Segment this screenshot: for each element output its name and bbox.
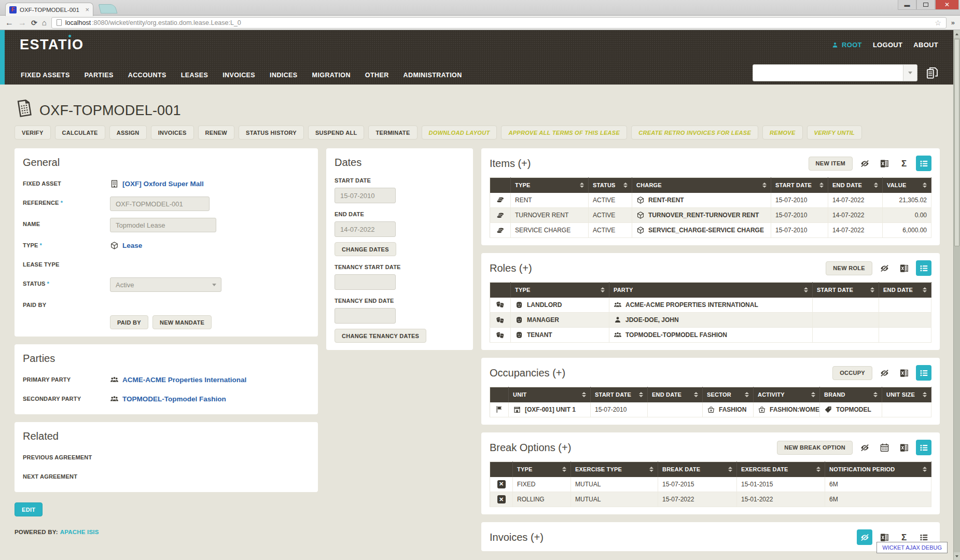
invoices-button[interactable]: INVOICES bbox=[151, 125, 194, 139]
item-row-icon[interactable] bbox=[490, 208, 511, 223]
show-list-icon[interactable] bbox=[916, 260, 931, 276]
window-maximize-button[interactable] bbox=[916, 0, 935, 10]
bookmark-star-icon[interactable]: ☆ bbox=[935, 19, 941, 27]
nav-other[interactable]: OTHER bbox=[365, 72, 389, 79]
estatio-logo[interactable]: ESTATIO bbox=[20, 37, 84, 53]
items-col-start-date[interactable]: START DATE bbox=[771, 178, 828, 193]
apache-isis-link[interactable]: APACHE ISIS bbox=[60, 529, 99, 535]
scroll-up-icon[interactable] bbox=[954, 30, 960, 38]
calculate-button[interactable]: CALCULATE bbox=[55, 125, 105, 139]
remove-button[interactable]: REMOVE bbox=[762, 125, 802, 139]
create-retro-invoices-button[interactable]: CREATE RETRO INVOICES FOR LEASE bbox=[631, 125, 758, 139]
item-row-icon[interactable] bbox=[490, 223, 511, 238]
change-tenancy-dates-button[interactable]: CHANGE TENANCY DATES bbox=[335, 329, 426, 343]
suspend-all-button[interactable]: SUSPEND ALL bbox=[308, 125, 365, 139]
occupancy-row-icon[interactable] bbox=[490, 402, 509, 417]
new-item-button[interactable]: NEW ITEM bbox=[809, 157, 853, 171]
home-icon[interactable]: ⌂ bbox=[42, 18, 47, 27]
new-mandate-button[interactable]: NEW MANDATE bbox=[152, 315, 212, 329]
overflow-chevrons-icon[interactable]: » bbox=[951, 19, 955, 26]
hide-table-icon[interactable] bbox=[857, 529, 872, 545]
status-history-button[interactable]: STATUS HISTORY bbox=[239, 125, 304, 139]
break-col-break-date[interactable]: BREAK DATE bbox=[658, 462, 737, 477]
show-list-icon[interactable] bbox=[916, 365, 931, 381]
reload-icon[interactable]: ⟳ bbox=[31, 19, 37, 26]
export-excel-icon[interactable] bbox=[896, 260, 912, 276]
about-link[interactable]: ABOUT bbox=[913, 41, 938, 49]
occupy-button[interactable]: OCCUPY bbox=[832, 366, 872, 380]
new-break-option-button[interactable]: NEW BREAK OPTION bbox=[777, 441, 853, 455]
items-col-value[interactable]: VALUE bbox=[883, 178, 931, 193]
terminate-button[interactable]: TERMINATE bbox=[368, 125, 417, 139]
item-row-icon[interactable] bbox=[490, 193, 511, 208]
assign-button[interactable]: ASSIGN bbox=[109, 125, 147, 139]
address-bar[interactable]: localhost:8080/wicket/entity/org.estatio… bbox=[51, 17, 947, 29]
user-menu[interactable]: ROOT bbox=[831, 41, 862, 49]
occ-col-sector[interactable]: SECTOR bbox=[703, 387, 754, 402]
edit-button[interactable]: EDIT bbox=[15, 502, 43, 516]
break-col-type[interactable]: TYPE bbox=[513, 462, 571, 477]
global-search-combobox[interactable] bbox=[753, 64, 917, 81]
role-row-icon[interactable] bbox=[490, 328, 511, 343]
occ-col-activity[interactable]: ACTIVITY bbox=[754, 387, 820, 402]
secondary-party-link[interactable]: TOPMODEL-Topmodel Fashion bbox=[110, 393, 226, 405]
occ-col-unit-size[interactable]: UNIT SIZE bbox=[882, 387, 931, 402]
break-col-exercise-type[interactable]: EXERCISE TYPE bbox=[571, 462, 658, 477]
show-list-icon[interactable] bbox=[916, 156, 931, 171]
hide-table-icon[interactable] bbox=[876, 260, 892, 276]
nav-migration[interactable]: MIGRATION bbox=[312, 72, 351, 79]
type-link[interactable]: Lease bbox=[110, 239, 142, 251]
export-excel-icon[interactable] bbox=[876, 156, 892, 171]
break-col-exercise-date[interactable]: EXERCISE DATE bbox=[737, 462, 825, 477]
wicket-ajax-debug-link[interactable]: WICKET AJAX DEBUG bbox=[876, 542, 948, 553]
forward-icon[interactable]: → bbox=[18, 19, 26, 27]
roles-col-party[interactable]: PARTY bbox=[609, 283, 813, 298]
hide-table-icon[interactable] bbox=[857, 156, 872, 171]
hide-table-icon[interactable] bbox=[857, 440, 872, 455]
nav-indices[interactable]: INDICES bbox=[270, 72, 298, 79]
role-row-icon[interactable] bbox=[490, 313, 511, 328]
back-icon[interactable]: ← bbox=[5, 19, 13, 27]
verify-button[interactable]: VERIFY bbox=[15, 125, 51, 139]
nav-invoices[interactable]: INVOICES bbox=[222, 72, 255, 79]
nav-leases[interactable]: LEASES bbox=[181, 72, 208, 79]
renew-button[interactable]: RENEW bbox=[198, 125, 234, 139]
roles-col-start-date[interactable]: START DATE bbox=[813, 283, 879, 298]
search-input[interactable] bbox=[753, 65, 903, 81]
sum-totals-icon[interactable]: Σ bbox=[896, 156, 912, 171]
scroll-down-icon[interactable] bbox=[954, 552, 960, 560]
roles-col-type[interactable]: TYPE bbox=[511, 283, 609, 298]
verify-until-button[interactable]: VERIFY UNTIL bbox=[807, 125, 862, 139]
nav-fixed-assets[interactable]: FIXED ASSETS bbox=[21, 72, 70, 79]
items-col-type[interactable]: TYPE bbox=[511, 178, 589, 193]
items-col-end-date[interactable]: END DATE bbox=[828, 178, 883, 193]
download-layout-button[interactable]: DOWNLOAD LAYOUT bbox=[422, 125, 497, 139]
calendar-icon[interactable] bbox=[876, 440, 892, 455]
window-close-button[interactable]: ✕ bbox=[935, 0, 959, 10]
hide-table-icon[interactable] bbox=[876, 365, 892, 381]
role-row-icon[interactable] bbox=[490, 298, 511, 313]
export-excel-icon[interactable] bbox=[896, 440, 912, 455]
roles-col-end-date[interactable]: END DATE bbox=[879, 283, 931, 298]
change-dates-button[interactable]: CHANGE DATES bbox=[335, 242, 396, 256]
occ-col-end-date[interactable]: END DATE bbox=[648, 387, 703, 402]
copy-pages-icon[interactable] bbox=[925, 65, 939, 81]
logout-link[interactable]: LOGOUT bbox=[873, 41, 902, 49]
browser-tab[interactable]: F OXF-TOPMODEL-001 × bbox=[5, 3, 93, 16]
export-excel-icon[interactable] bbox=[896, 365, 912, 381]
nav-administration[interactable]: ADMINISTRATION bbox=[404, 72, 462, 79]
window-minimize-button[interactable]: ▬ bbox=[898, 0, 916, 10]
nav-parties[interactable]: PARTIES bbox=[85, 72, 114, 79]
break-col-notification-period[interactable]: NOTIFICATION PERIOD bbox=[825, 462, 931, 477]
show-list-icon[interactable] bbox=[916, 440, 931, 455]
scrollbar-thumb[interactable] bbox=[954, 39, 959, 246]
new-tab-button[interactable] bbox=[99, 4, 118, 13]
new-role-button[interactable]: NEW ROLE bbox=[826, 261, 872, 275]
page-scrollbar[interactable] bbox=[953, 30, 960, 560]
tab-close-icon[interactable]: × bbox=[85, 6, 89, 13]
approve-all-terms-button[interactable]: APPROVE ALL TERMS OF THIS LEASE bbox=[501, 125, 627, 139]
items-col-charge[interactable]: CHARGE bbox=[632, 178, 771, 193]
occ-col-unit[interactable]: UNIT bbox=[509, 387, 591, 402]
items-col-status[interactable]: STATUS bbox=[589, 178, 632, 193]
paid-by-button[interactable]: PAID BY bbox=[110, 315, 148, 329]
